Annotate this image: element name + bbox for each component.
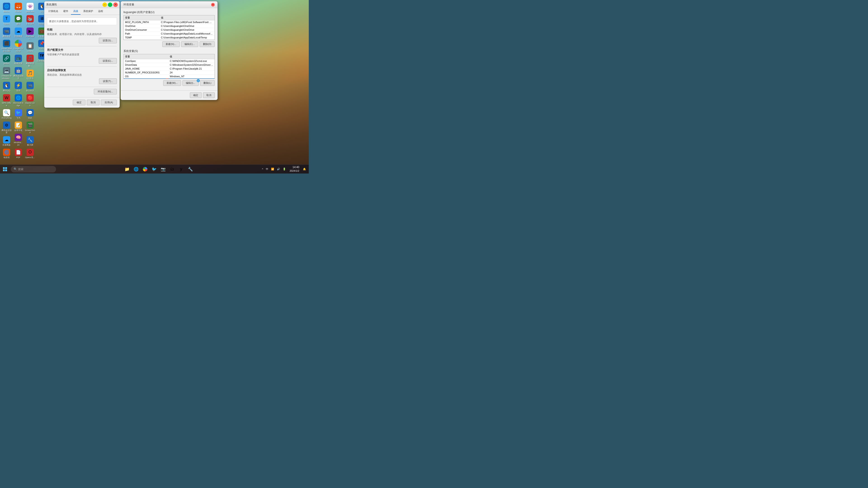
desktop-icon-vscode[interactable]: ⬛ Visual Studio Code <box>1 39 12 53</box>
tab-computer-name[interactable]: 计算机名 <box>46 8 61 15</box>
sys-edit-button[interactable]: 编辑(I)... 2 <box>182 80 199 86</box>
jingdong-icon: 📚 <box>26 15 34 22</box>
desktop-icon-jinshan-meeting[interactable]: 📹 金山会议 <box>24 81 36 93</box>
user-var-row[interactable]: OneDriveConsumer C:\Users\liuguanglei\On… <box>124 28 215 32</box>
desktop-icon-maono[interactable]: 🔴 Maono Link <box>24 93 36 108</box>
taskbar-icon-tools[interactable]: 🔧 <box>186 165 194 173</box>
desktop-icon-ludashi[interactable]: 🔧 鲁大师 <box>24 135 36 147</box>
minimize-button[interactable]: ─ <box>102 2 107 7</box>
pdf-icon: 📄 <box>15 149 22 156</box>
system-clock[interactable]: 14:40 2024/1/2 <box>288 165 301 173</box>
tab-advanced[interactable]: 高级 <box>71 8 81 15</box>
desktop-icon-mindmanager[interactable]: 🧠 MindMa... 23 <box>13 133 24 147</box>
close-button[interactable]: ✕ <box>113 2 118 7</box>
sysprop-apply-button[interactable]: 应用(A) <box>101 100 117 105</box>
envvar-ok-button[interactable]: 确定 <box>190 92 202 98</box>
desktop-icon-chrome[interactable]: Google Chrome <box>13 39 24 53</box>
performance-title: 性能 <box>47 28 117 32</box>
performance-settings-button[interactable]: 设置(S)... <box>99 38 117 43</box>
desktop-icon-listary[interactable]: 📋 Listary <box>24 41 36 53</box>
desktop-icon-pdf[interactable]: 📄 PDF <box>13 148 24 160</box>
tray-battery[interactable]: 🔋 <box>282 167 287 171</box>
desktop-icon-wechat[interactable]: 💬 微信 <box>13 14 24 26</box>
user-var-row[interactable]: MOZ_PLUGIN_PATH C:\Program Files (x86)\F… <box>124 20 215 24</box>
user-edit-button[interactable]: 编辑(E)... <box>181 41 198 47</box>
sys-var-row[interactable]: OS Windows_NT <box>124 74 215 78</box>
desktop-icon-everything[interactable]: 🔍 Everything <box>1 108 12 120</box>
taskbar-icon-youdao[interactable]: y <box>177 165 185 173</box>
startup-settings-button[interactable]: 设置(T)... <box>99 78 117 84</box>
tray-arrow[interactable]: ^ <box>261 167 264 171</box>
sys-delete-button[interactable]: 删除(L) <box>200 80 215 86</box>
desktop-icon-feishu[interactable]: 🐦 飞书 <box>13 108 24 120</box>
desktop-icon-typora[interactable]: T Typora <box>1 14 12 26</box>
desktop-icon-tencent-assistant[interactable]: 🤖 腾讯会议助手 <box>13 66 24 80</box>
env-var-button[interactable]: 环境变量(N)... <box>94 89 117 94</box>
desktop-icon-jingdong[interactable]: 📚 京东读书 <box>24 14 36 26</box>
taskbar-icon-files[interactable]: 🗂 <box>168 165 176 173</box>
taskbar-search[interactable]: 🔍 <box>11 166 56 172</box>
user-var-row[interactable]: OneDrive C:\Users\liuguanglei\OneDrive <box>124 24 215 28</box>
user-var-row[interactable]: Path C:\Users\liuguanglei\AppData\Local\… <box>124 32 215 36</box>
sysprop-cancel-button[interactable]: 取消 <box>87 100 99 105</box>
desktop-icon-netease[interactable]: 🎵 网易有道翻... <box>24 54 36 68</box>
desktop-icon-edge[interactable]: 🌐 Microsoft Edge <box>13 93 24 108</box>
desktop-icon-xunlei[interactable]: ⚡ 迅雷 <box>13 81 24 93</box>
desktop-icon-firefox[interactable]: 🦊 Firefox <box>13 2 24 14</box>
search-input[interactable] <box>18 168 52 171</box>
user-delete-button[interactable]: 删除(D) <box>199 41 215 47</box>
envvar-footer: 确定 取消 <box>121 90 217 100</box>
desktop-icon-tencent-setting[interactable]: ⚙ 腾讯会议设置 <box>1 121 12 135</box>
tray-notification[interactable]: 🔔 <box>302 167 307 171</box>
taskbar-icon-edge[interactable]: 🌐 <box>132 165 140 173</box>
taskbar-icon-camera[interactable]: 📷 <box>159 165 167 173</box>
performance-desc: 视觉效果、处理器计划、内存使用，以及虚拟内存 <box>47 33 117 36</box>
user-new-button[interactable]: 新建(N)... <box>162 41 180 47</box>
tab-remote[interactable]: 远程 <box>96 8 105 15</box>
sys-var-row-selected[interactable]: Path 1 %JAVA_HOME%\bin;C:\Program Files … <box>124 78 215 79</box>
desktop-icon-wps[interactable]: W WPS Office <box>1 93 12 108</box>
desktop-icon-opera[interactable]: O Opera 讯... <box>24 148 36 160</box>
user-vars-table-container[interactable]: 变量 值 MOZ_PLUGIN_PATH C:\Program Files (x… <box>123 15 215 40</box>
envvar-cancel-button[interactable]: 取消 <box>203 92 215 98</box>
desktop-icon-baidu-cloud[interactable]: ☁ 百度网盘 <box>1 135 12 147</box>
taskbar-icon-chrome[interactable] <box>141 165 149 173</box>
tray-volume[interactable]: 🔊 <box>276 167 281 171</box>
maximize-button[interactable]: □ <box>108 2 112 7</box>
tray-keyboard[interactable]: 中 <box>265 166 269 172</box>
desktop-icon-qqmusic[interactable]: 🎵 QQ音乐 <box>24 69 36 80</box>
desktop-icon-ruiyuzu[interactable]: 🌀 锐意组 <box>1 148 12 160</box>
taskbar-icon-explorer[interactable]: 📁 <box>123 165 131 173</box>
user-var-row[interactable]: TEMP C:\Users\liuguanglei\AppData\Local\… <box>124 36 215 39</box>
desktop-icon-diexuio[interactable]: 🌐 diexuio <box>1 2 12 14</box>
desktop-icon-notepad[interactable]: 📝 金脊学笔 <box>13 121 24 133</box>
desktop-icon-screentogif[interactable]: 🎬 ScreenToGif <box>24 121 36 135</box>
sys-new-button[interactable]: 新建(W)... <box>163 80 181 86</box>
envvar-close-button[interactable]: ✕ <box>211 3 215 6</box>
sys-var-row[interactable]: JAVA_HOME C:\Program Files\Java\jdk-21 <box>124 67 215 71</box>
tab-hardware[interactable]: 硬件 <box>61 8 70 15</box>
user-var-name: TEMP <box>124 36 160 39</box>
sys-var-row[interactable]: DriverData C:\Windows\System32\Drivers\D… <box>124 63 215 67</box>
desktop-icon-jiedian[interactable]: 🔗 jiedian <box>1 54 12 66</box>
taskbar-icon-feishu[interactable]: 🐦 <box>150 165 158 173</box>
desktop-icon-xunxun[interactable]: 💬 讯息 <box>24 108 36 120</box>
tray-wifi[interactable]: 📶 <box>270 167 275 171</box>
desktop-icon-tv-setting[interactable]: 📺 电视设置 <box>13 54 24 66</box>
sysprop-ok-button[interactable]: 确定 <box>73 100 86 105</box>
user-var-row[interactable]: TMP C:\Users\liuguanglei\AppData\Local\T… <box>124 39 215 40</box>
desktop-icon-tencent-meeting[interactable]: 📹 腾讯会议 <box>1 27 12 39</box>
desktop-icon-potplayer[interactable]: ▶ PotPlayer... <box>24 27 36 41</box>
tv-setting-label: 电视设置 <box>14 62 22 65</box>
desktop-icon-vmware[interactable]: 💻 VMware Workstatio... <box>1 66 12 80</box>
tab-system-protect[interactable]: 系统保护 <box>81 8 95 15</box>
sys-var-row[interactable]: ComSpec C:\WINDOWS\system32\cmd.exe <box>124 59 215 63</box>
desktop-icon-baidu2[interactable]: ☁ 百度网盘 <box>13 27 24 39</box>
geek-label: geek.exe <box>26 10 34 13</box>
user-profiles-settings-button[interactable]: 设置(E)... <box>99 58 117 64</box>
sys-vars-table-container[interactable]: 变量 值 ComSpec C:\WINDOWS\system32\cmd.exe… <box>123 54 215 79</box>
desktop-icon-tencent-qq[interactable]: 🐧 腾讯QQ <box>1 81 12 93</box>
desktop-icon-geek[interactable]: 👾 geek.exe <box>24 2 36 14</box>
start-button[interactable] <box>0 165 10 174</box>
sys-var-row[interactable]: NUMBER_OF_PROCESSORS 24 <box>124 71 215 74</box>
